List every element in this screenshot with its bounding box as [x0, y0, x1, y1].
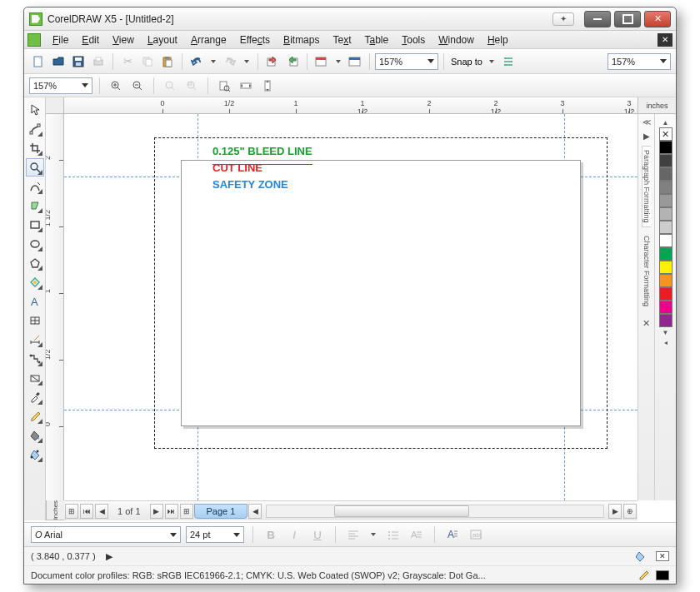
menu-tools[interactable]: Tools	[395, 32, 432, 47]
table-tool[interactable]	[26, 311, 44, 330]
alignment-dropdown[interactable]	[368, 525, 379, 544]
zoom-page-width-button[interactable]	[237, 77, 255, 95]
mdi-close-button[interactable]: ✕	[658, 33, 672, 47]
first-page-button[interactable]: ⏮	[80, 504, 93, 519]
freehand-tool[interactable]	[26, 177, 44, 196]
fill-swatch[interactable]: ✕	[656, 551, 669, 561]
bullets-button[interactable]	[384, 525, 402, 544]
zoom-levels-combo[interactable]: 157%	[29, 77, 92, 94]
menu-window[interactable]: Window	[432, 32, 481, 47]
minimize-button[interactable]	[584, 11, 611, 27]
outline-swatch[interactable]	[656, 570, 669, 580]
zoom-all-objects-button[interactable]	[182, 77, 201, 95]
ellipse-tool[interactable]	[26, 235, 44, 253]
snap-to-dropdown[interactable]	[486, 52, 498, 71]
options-button[interactable]	[499, 52, 518, 71]
add-page-before-button[interactable]: ⊞	[65, 504, 78, 519]
fill-tool[interactable]	[26, 426, 44, 445]
vertical-ruler[interactable]: 2 1 1/2 1 1/2 0	[46, 114, 64, 500]
undo-dropdown[interactable]	[208, 52, 219, 71]
zoom-in-button[interactable]	[107, 77, 125, 95]
new-button[interactable]	[29, 52, 48, 71]
import-button[interactable]	[263, 52, 282, 71]
menu-table[interactable]: Table	[358, 32, 396, 47]
alignment-button[interactable]	[344, 525, 362, 544]
drop-cap-button[interactable]: A	[408, 525, 426, 544]
outline-tool[interactable]	[26, 407, 44, 425]
hscroll-left[interactable]: ◀	[248, 504, 262, 519]
horizontal-ruler[interactable]: 0 1/2 1 1 1/2 2 2 1/2 3 3 1/2	[64, 97, 638, 114]
ruler-origin[interactable]	[46, 97, 64, 114]
color-swatch[interactable]	[659, 207, 672, 221]
copy-button[interactable]	[138, 52, 157, 71]
menu-bitmaps[interactable]: Bitmaps	[277, 32, 326, 47]
app-launcher-dropdown[interactable]	[332, 52, 344, 71]
docker-paragraph-formatting[interactable]: Paragraph Formatting	[642, 146, 651, 227]
zoom-level-combo[interactable]: 157%	[375, 53, 438, 70]
rectangle-tool[interactable]	[26, 216, 44, 234]
undo-button[interactable]	[188, 52, 206, 71]
menu-help[interactable]: Help	[481, 32, 515, 47]
text-tool[interactable]: A	[26, 292, 44, 311]
navigator-button[interactable]: ⊕	[623, 504, 637, 519]
print-button[interactable]	[89, 52, 108, 71]
open-button[interactable]	[49, 52, 68, 71]
zoom-level-combo-2[interactable]: 157%	[608, 53, 671, 70]
save-button[interactable]	[69, 52, 88, 71]
color-swatch[interactable]	[659, 234, 672, 247]
pick-tool[interactable]	[26, 101, 44, 119]
color-swatch[interactable]	[659, 181, 672, 194]
smart-fill-tool[interactable]	[26, 197, 44, 215]
color-swatch[interactable]	[659, 301, 672, 314]
eyedropper-tool[interactable]	[26, 388, 44, 406]
color-swatch[interactable]	[659, 314, 672, 327]
color-swatch[interactable]	[659, 154, 672, 167]
crop-tool[interactable]	[26, 139, 44, 157]
color-swatch[interactable]	[659, 261, 672, 274]
interactive-tool[interactable]	[26, 369, 44, 387]
menu-layout[interactable]: Layout	[141, 32, 184, 47]
edit-text-button[interactable]: ab|	[467, 525, 485, 544]
docker-character-formatting[interactable]: Character Formatting	[642, 232, 651, 310]
add-page-after-button[interactable]: ⊞	[180, 504, 193, 519]
app-launcher-button[interactable]	[312, 52, 331, 71]
zoom-page-button[interactable]	[215, 77, 233, 95]
color-swatch[interactable]	[659, 221, 672, 234]
zoom-out-button[interactable]	[128, 77, 147, 95]
hscroll-right[interactable]: ▶	[608, 504, 622, 519]
mdi-app-icon[interactable]	[28, 33, 41, 47]
next-page-button[interactable]: ▶	[150, 504, 163, 519]
dimension-tool[interactable]	[26, 331, 44, 349]
drawing-viewport[interactable]: 0.125" BLEED LINE CUT LINE SAFETY ZONE	[64, 114, 676, 500]
menu-file[interactable]: File	[46, 32, 75, 47]
color-swatch[interactable]	[659, 141, 672, 154]
bold-button[interactable]: B	[262, 525, 280, 544]
color-swatch[interactable]	[659, 287, 672, 301]
menu-effects[interactable]: Effects	[233, 32, 277, 47]
last-page-button[interactable]: ⏭	[165, 504, 178, 519]
italic-button[interactable]: I	[285, 525, 303, 544]
maximize-button[interactable]	[614, 11, 641, 27]
menu-text[interactable]: Text	[326, 32, 358, 47]
connector-tool[interactable]	[26, 350, 44, 368]
redo-button[interactable]	[221, 52, 239, 71]
close-button[interactable]	[644, 11, 671, 27]
cut-button[interactable]: ✂	[118, 52, 137, 71]
palette-scroll-down[interactable]: ▼	[659, 327, 672, 337]
character-formatting-button[interactable]: A	[443, 525, 462, 544]
welcome-screen-button[interactable]	[346, 52, 364, 71]
palette-flyout[interactable]: ◂	[659, 337, 672, 347]
zoom-tool[interactable]	[26, 158, 44, 177]
color-swatch[interactable]	[659, 274, 672, 287]
zoom-page-height-button[interactable]	[258, 77, 277, 95]
shape-tool[interactable]	[26, 120, 44, 138]
horizontal-scrollbar[interactable]	[266, 505, 604, 518]
redo-dropdown[interactable]	[241, 52, 252, 71]
polygon-tool[interactable]	[26, 254, 44, 272]
color-swatch[interactable]	[659, 167, 672, 181]
underline-button[interactable]: U	[308, 525, 327, 544]
help-hint-button[interactable]: ✦	[552, 12, 574, 26]
menu-view[interactable]: View	[106, 32, 141, 47]
menu-arrange[interactable]: Arrange	[184, 32, 233, 47]
swatch-no-color[interactable]	[659, 127, 672, 141]
